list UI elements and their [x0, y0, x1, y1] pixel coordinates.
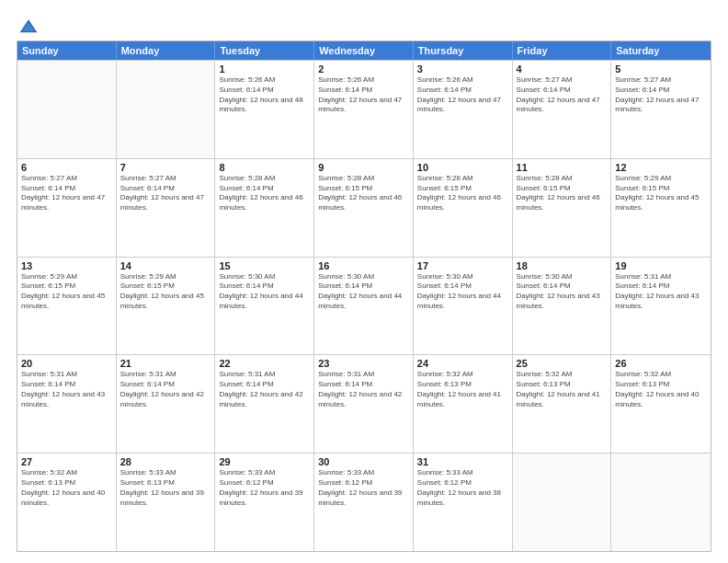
- cal-day-24: 24Sunrise: 5:32 AM Sunset: 6:13 PM Dayli…: [414, 355, 513, 453]
- day-info: Sunrise: 5:28 AM Sunset: 6:15 PM Dayligh…: [417, 174, 508, 213]
- day-info: Sunrise: 5:26 AM Sunset: 6:14 PM Dayligh…: [318, 75, 409, 115]
- cal-empty: [117, 61, 216, 158]
- cal-header-friday: Friday: [513, 41, 612, 60]
- cal-day-3: 3Sunrise: 5:26 AM Sunset: 6:14 PM Daylig…: [414, 61, 513, 158]
- day-number: 28: [120, 456, 211, 467]
- day-info: Sunrise: 5:28 AM Sunset: 6:15 PM Dayligh…: [517, 174, 608, 213]
- cal-day-10: 10Sunrise: 5:28 AM Sunset: 6:15 PM Dayli…: [414, 159, 513, 257]
- day-number: 17: [417, 260, 508, 271]
- day-number: 4: [517, 63, 608, 75]
- calendar-header-row: SundayMondayTuesdayWednesdayThursdayFrid…: [17, 41, 711, 60]
- cal-header-monday: Monday: [117, 41, 216, 60]
- cal-day-16: 16Sunrise: 5:30 AM Sunset: 6:14 PM Dayli…: [314, 258, 414, 355]
- day-info: Sunrise: 5:32 AM Sunset: 6:13 PM Dayligh…: [21, 468, 112, 508]
- day-number: 9: [318, 162, 409, 173]
- cal-day-19: 19Sunrise: 5:31 AM Sunset: 6:14 PM Dayli…: [611, 258, 711, 355]
- day-info: Sunrise: 5:29 AM Sunset: 6:15 PM Dayligh…: [21, 272, 112, 312]
- day-number: 8: [219, 162, 310, 173]
- day-info: Sunrise: 5:33 AM Sunset: 6:12 PM Dayligh…: [417, 468, 508, 508]
- cal-day-29: 29Sunrise: 5:33 AM Sunset: 6:12 PM Dayli…: [215, 454, 314, 551]
- day-number: 18: [517, 260, 608, 271]
- cal-day-23: 23Sunrise: 5:31 AM Sunset: 6:14 PM Dayli…: [314, 355, 414, 453]
- cal-day-28: 28Sunrise: 5:33 AM Sunset: 6:13 PM Dayli…: [117, 454, 216, 551]
- day-info: Sunrise: 5:27 AM Sunset: 6:14 PM Dayligh…: [21, 174, 112, 213]
- cal-week-3: 20Sunrise: 5:31 AM Sunset: 6:14 PM Dayli…: [17, 354, 711, 453]
- day-number: 31: [417, 456, 508, 467]
- cal-day-13: 13Sunrise: 5:29 AM Sunset: 6:15 PM Dayli…: [17, 258, 117, 355]
- day-number: 20: [21, 358, 112, 369]
- day-number: 6: [21, 162, 112, 173]
- cal-header-tuesday: Tuesday: [215, 41, 314, 60]
- cal-day-8: 8Sunrise: 5:28 AM Sunset: 6:14 PM Daylig…: [215, 159, 314, 257]
- day-number: 15: [219, 260, 310, 271]
- day-number: 22: [219, 358, 310, 369]
- day-info: Sunrise: 5:32 AM Sunset: 6:13 PM Dayligh…: [615, 370, 707, 409]
- day-info: Sunrise: 5:32 AM Sunset: 6:13 PM Dayligh…: [417, 370, 508, 409]
- day-number: 5: [615, 63, 707, 75]
- cal-day-27: 27Sunrise: 5:32 AM Sunset: 6:13 PM Dayli…: [17, 454, 117, 551]
- day-number: 14: [120, 260, 211, 271]
- day-number: 29: [219, 456, 310, 467]
- day-info: Sunrise: 5:31 AM Sunset: 6:14 PM Dayligh…: [615, 272, 707, 312]
- day-info: Sunrise: 5:31 AM Sunset: 6:14 PM Dayligh…: [120, 370, 211, 409]
- cal-day-11: 11Sunrise: 5:28 AM Sunset: 6:15 PM Dayli…: [513, 159, 612, 257]
- cal-week-1: 6Sunrise: 5:27 AM Sunset: 6:14 PM Daylig…: [17, 158, 711, 257]
- day-info: Sunrise: 5:30 AM Sunset: 6:14 PM Dayligh…: [318, 272, 409, 312]
- day-info: Sunrise: 5:32 AM Sunset: 6:13 PM Dayligh…: [517, 370, 608, 409]
- cal-header-sunday: Sunday: [17, 41, 117, 60]
- day-number: 1: [219, 63, 310, 75]
- cal-empty: [17, 61, 117, 158]
- cal-day-20: 20Sunrise: 5:31 AM Sunset: 6:14 PM Dayli…: [17, 355, 117, 453]
- day-number: 2: [318, 63, 409, 75]
- cal-day-25: 25Sunrise: 5:32 AM Sunset: 6:13 PM Dayli…: [513, 355, 612, 453]
- logo-icon: [18, 17, 39, 37]
- day-number: 12: [615, 162, 707, 173]
- day-info: Sunrise: 5:27 AM Sunset: 6:14 PM Dayligh…: [120, 174, 211, 213]
- calendar: SundayMondayTuesdayWednesdayThursdayFrid…: [17, 40, 711, 552]
- day-number: 24: [417, 358, 508, 369]
- cal-day-18: 18Sunrise: 5:30 AM Sunset: 6:14 PM Dayli…: [513, 258, 612, 355]
- cal-header-thursday: Thursday: [414, 41, 513, 60]
- day-info: Sunrise: 5:26 AM Sunset: 6:14 PM Dayligh…: [417, 75, 508, 115]
- day-info: Sunrise: 5:30 AM Sunset: 6:14 PM Dayligh…: [219, 272, 310, 312]
- day-info: Sunrise: 5:29 AM Sunset: 6:15 PM Dayligh…: [120, 272, 211, 312]
- day-number: 30: [318, 456, 409, 467]
- day-number: 23: [318, 358, 409, 369]
- day-info: Sunrise: 5:31 AM Sunset: 6:14 PM Dayligh…: [21, 370, 112, 409]
- day-number: 21: [120, 358, 211, 369]
- calendar-body: 1Sunrise: 5:26 AM Sunset: 6:14 PM Daylig…: [17, 60, 711, 551]
- day-number: 3: [417, 63, 508, 75]
- day-info: Sunrise: 5:29 AM Sunset: 6:15 PM Dayligh…: [615, 174, 707, 213]
- page: SundayMondayTuesdayWednesdayThursdayFrid…: [0, 0, 728, 563]
- day-info: Sunrise: 5:33 AM Sunset: 6:12 PM Dayligh…: [318, 468, 409, 508]
- cal-day-12: 12Sunrise: 5:29 AM Sunset: 6:15 PM Dayli…: [611, 159, 711, 257]
- cal-day-1: 1Sunrise: 5:26 AM Sunset: 6:14 PM Daylig…: [215, 61, 314, 158]
- cal-day-5: 5Sunrise: 5:27 AM Sunset: 6:14 PM Daylig…: [611, 61, 711, 158]
- cal-week-2: 13Sunrise: 5:29 AM Sunset: 6:15 PM Dayli…: [17, 257, 711, 355]
- cal-day-22: 22Sunrise: 5:31 AM Sunset: 6:14 PM Dayli…: [215, 355, 314, 453]
- day-info: Sunrise: 5:28 AM Sunset: 6:15 PM Dayligh…: [318, 174, 409, 213]
- day-number: 19: [615, 260, 707, 271]
- cal-day-6: 6Sunrise: 5:27 AM Sunset: 6:14 PM Daylig…: [17, 159, 117, 257]
- day-number: 11: [517, 162, 608, 173]
- cal-empty: [513, 454, 612, 551]
- cal-day-4: 4Sunrise: 5:27 AM Sunset: 6:14 PM Daylig…: [513, 61, 612, 158]
- logo: [17, 17, 39, 37]
- day-info: Sunrise: 5:33 AM Sunset: 6:12 PM Dayligh…: [219, 468, 310, 508]
- day-number: 16: [318, 260, 409, 271]
- cal-day-17: 17Sunrise: 5:30 AM Sunset: 6:14 PM Dayli…: [414, 258, 513, 355]
- page-header: [17, 17, 711, 37]
- day-info: Sunrise: 5:27 AM Sunset: 6:14 PM Dayligh…: [517, 75, 608, 115]
- cal-week-4: 27Sunrise: 5:32 AM Sunset: 6:13 PM Dayli…: [17, 453, 711, 551]
- cal-day-15: 15Sunrise: 5:30 AM Sunset: 6:14 PM Dayli…: [215, 258, 314, 355]
- day-number: 26: [615, 358, 707, 369]
- day-info: Sunrise: 5:33 AM Sunset: 6:13 PM Dayligh…: [120, 468, 211, 508]
- day-number: 13: [21, 260, 112, 271]
- cal-day-9: 9Sunrise: 5:28 AM Sunset: 6:15 PM Daylig…: [314, 159, 414, 257]
- day-number: 10: [417, 162, 508, 173]
- cal-day-31: 31Sunrise: 5:33 AM Sunset: 6:12 PM Dayli…: [414, 454, 513, 551]
- cal-day-7: 7Sunrise: 5:27 AM Sunset: 6:14 PM Daylig…: [117, 159, 216, 257]
- cal-day-14: 14Sunrise: 5:29 AM Sunset: 6:15 PM Dayli…: [117, 258, 216, 355]
- day-info: Sunrise: 5:26 AM Sunset: 6:14 PM Dayligh…: [219, 75, 310, 115]
- cal-header-wednesday: Wednesday: [314, 41, 414, 60]
